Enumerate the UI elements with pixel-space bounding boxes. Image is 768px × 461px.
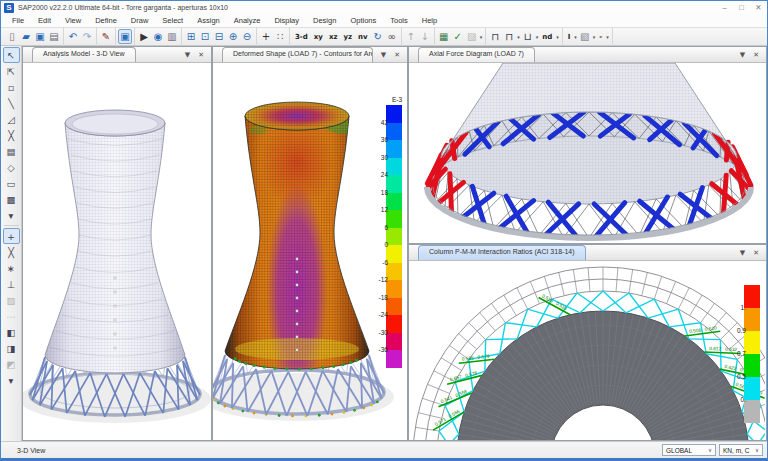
panel-axial-force: Axial Force Diagram (LOAD 7) ▼ ✕ — [408, 46, 767, 244]
view-3d-button[interactable]: 3-d — [292, 33, 311, 41]
menu-options[interactable]: Options — [343, 14, 383, 27]
menu-help[interactable]: Help — [415, 14, 444, 27]
analysis-model-viewport[interactable] — [23, 63, 211, 440]
legend-color-block — [386, 105, 402, 123]
maximize-button[interactable]: □ — [733, 2, 750, 14]
lock-icon[interactable]: ▣ — [118, 29, 132, 44]
panel-menu-caret-icon[interactable]: ▼ — [381, 52, 386, 59]
draw-frame-icon[interactable]: ╲ — [3, 95, 20, 111]
draw-joint-icon[interactable]: ▫ — [3, 79, 20, 95]
panel-menu-caret-icon[interactable]: ▼ — [740, 52, 745, 59]
nd-button[interactable]: nd — [539, 33, 555, 41]
show-deformed-icon[interactable]: ◉ — [151, 29, 165, 44]
frame-span2-icon[interactable]: ⊓ — [502, 29, 516, 44]
menu-design[interactable]: Design — [306, 14, 343, 27]
units-select[interactable]: KN, m, C ∨ — [719, 444, 763, 456]
perspective-icon[interactable]: ∞ — [385, 29, 399, 44]
print-icon[interactable]: ▤ — [47, 29, 61, 44]
draw-rect-area-icon[interactable]: ▭ — [3, 175, 20, 191]
menu-edit[interactable]: Edit — [31, 14, 58, 27]
menu-file[interactable]: File — [5, 14, 31, 27]
view-yz-button[interactable]: yz — [340, 33, 355, 41]
assign-display-icon-caret[interactable]: ▾ — [479, 34, 484, 40]
menu-define[interactable]: Define — [88, 14, 124, 27]
interaction-ratios-viewport[interactable]: 0.5150.5150.5790.5850.5780.6570.5680.641… — [409, 261, 766, 440]
snap-perpendicular-icon[interactable]: ⊥ — [3, 276, 20, 292]
select-group-icon[interactable]: ◧ — [3, 324, 20, 340]
move-up-icon[interactable]: ↑ — [404, 29, 418, 44]
zoom-previous-icon[interactable]: ⊟ — [212, 29, 226, 44]
menu-draw[interactable]: Draw — [124, 14, 156, 27]
set-display-options-icon[interactable]: ▦ — [437, 29, 451, 44]
view-xz-button[interactable]: xz — [326, 33, 341, 41]
menu-view[interactable]: View — [58, 14, 88, 27]
none-button[interactable]: - — [596, 33, 605, 41]
snap-more-caret[interactable]: ▾ — [3, 372, 20, 388]
panel-analysis-header: Analysis Model - 3-D View ▼ ✕ — [23, 47, 211, 63]
rotate-view-icon[interactable]: ↻ — [371, 29, 385, 44]
move-down-icon[interactable]: ↓ — [418, 29, 432, 44]
legend-tick-label: 6 — [372, 224, 388, 231]
view-xy-button[interactable]: xy — [311, 33, 326, 41]
new-model-icon[interactable]: ▯ — [5, 29, 19, 44]
frame-span-icon[interactable]: ⊓ — [488, 29, 502, 44]
minimize-button[interactable]: – — [716, 2, 733, 14]
menu-analyze[interactable]: Analyze — [227, 14, 268, 27]
panel-close-icon[interactable]: ✕ — [753, 52, 759, 59]
open-file-icon[interactable]: ▰ — [19, 29, 33, 44]
draw-more-caret[interactable]: ▾ — [3, 207, 20, 223]
legend-color-block — [386, 175, 402, 193]
menu-assign[interactable]: Assign — [190, 14, 227, 27]
pen-icon[interactable]: ✎ — [99, 29, 113, 44]
panel-menu-caret-icon[interactable]: ▼ — [185, 52, 190, 59]
redo-icon[interactable]: ↷ — [80, 29, 94, 44]
quick-frame-icon[interactable]: ◿ — [3, 111, 20, 127]
deformed-shape-viewport[interactable]: E-342363024181260-6-12-18-24-30-36 — [213, 63, 407, 440]
close-button[interactable]: ✕ — [750, 2, 767, 14]
zoom-in-icon[interactable]: ⊕ — [226, 29, 240, 44]
zoom-out-icon[interactable]: ⊖ — [240, 29, 254, 44]
copy-icon[interactable]: ▥ — [165, 29, 179, 44]
zoom-full-icon[interactable]: ⊡ — [198, 29, 212, 44]
isection-button[interactable]: I — [565, 33, 574, 41]
reshape-tool-icon[interactable]: ⇱ — [3, 63, 20, 79]
select-prev-icon[interactable]: ◨ — [3, 340, 20, 356]
panel-menu-caret-icon[interactable]: ▼ — [740, 250, 745, 257]
object-models-check-icon[interactable]: ✓ — [451, 29, 465, 44]
menu-select[interactable]: Select — [155, 14, 190, 27]
save-icon[interactable]: ▣ — [33, 29, 47, 44]
menu-display[interactable]: Display — [267, 14, 306, 27]
menu-tools[interactable]: Tools — [383, 14, 415, 27]
tab-analysis-model[interactable]: Analysis Model - 3-D View — [32, 47, 136, 62]
run-analysis-icon[interactable]: ▶ — [137, 29, 151, 44]
quick-brace-icon[interactable]: ╳ — [3, 127, 20, 143]
quick-beam-icon[interactable]: ▤ — [3, 143, 20, 159]
axial-force-viewport[interactable] — [409, 63, 766, 243]
quick-area-icon[interactable]: ▩ — [3, 191, 20, 207]
assign-display-icon[interactable]: ▨ — [465, 29, 479, 44]
snap-joint-icon[interactable]: + — [3, 228, 20, 244]
tab-deformed-shape[interactable]: Deformed Shape (LOAD 7) - Contours for A… — [222, 47, 373, 62]
panel-close-icon[interactable]: ✕ — [198, 52, 204, 59]
snap-intersection-icon[interactable]: ╳ — [3, 244, 20, 260]
snap-lines-icon[interactable]: ▨ — [3, 292, 20, 308]
node-shrink-icon[interactable]: ∷ — [273, 29, 287, 44]
panel-close-icon[interactable]: ✕ — [753, 250, 759, 257]
tab-interaction-ratios[interactable]: Column P-M-M Interaction Ratios (ACI 318… — [418, 245, 586, 260]
none-button-caret[interactable]: ▾ — [605, 34, 610, 40]
deselect-icon[interactable]: ◩ — [3, 356, 20, 372]
area-section-icon[interactable]: ▧ — [578, 29, 592, 44]
nd-button-caret[interactable]: ▾ — [555, 34, 560, 40]
view-nv-button[interactable]: nv — [355, 33, 371, 41]
pan-icon[interactable]: + — [259, 29, 273, 44]
snap-fine-grid-icon[interactable]: ⋯ — [3, 308, 20, 324]
panel-close-icon[interactable]: ✕ — [394, 52, 400, 59]
draw-poly-area-icon[interactable]: ◇ — [3, 159, 20, 175]
pointer-tool-icon[interactable]: ↖ — [3, 47, 20, 63]
undo-icon[interactable]: ↶ — [66, 29, 80, 44]
coord-system-select[interactable]: GLOBAL ∨ — [662, 444, 716, 456]
snap-midpoint-icon[interactable]: ∗ — [3, 260, 20, 276]
tab-axial-force[interactable]: Axial Force Diagram (LOAD 7) — [418, 47, 535, 62]
zoom-window-icon[interactable]: ⊞ — [184, 29, 198, 44]
release-icon[interactable]: ⊔ — [521, 29, 535, 44]
